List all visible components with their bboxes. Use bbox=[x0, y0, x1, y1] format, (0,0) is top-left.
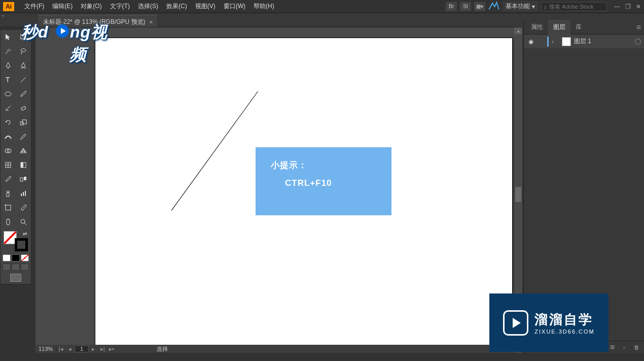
zoom-tool[interactable] bbox=[16, 215, 31, 229]
minimize-button[interactable]: — bbox=[614, 3, 620, 10]
search-stock[interactable]: ⌕ bbox=[541, 2, 607, 11]
gpu-icon[interactable] bbox=[488, 2, 499, 11]
draw-mode-row bbox=[1, 262, 31, 272]
target-icon[interactable] bbox=[635, 39, 641, 45]
gradient-tool[interactable] bbox=[16, 158, 31, 172]
width-tool[interactable] bbox=[1, 129, 16, 144]
draw-inside[interactable] bbox=[21, 264, 29, 271]
drawn-line[interactable] bbox=[171, 91, 258, 211]
visibility-icon[interactable]: ◉ bbox=[527, 38, 535, 45]
first-artboard-icon[interactable]: |◂ bbox=[56, 346, 65, 352]
color-white[interactable] bbox=[3, 254, 11, 261]
eraser-tool[interactable] bbox=[16, 101, 31, 115]
screen-mode-button[interactable] bbox=[10, 274, 21, 282]
artboard-nav-icon[interactable]: ▸▪ bbox=[107, 346, 116, 352]
color-black[interactable] bbox=[12, 254, 20, 261]
svg-point-24 bbox=[21, 219, 25, 223]
panel-menu-icon[interactable]: ≡ bbox=[633, 23, 644, 32]
scroll-up-icon[interactable]: ▴ bbox=[514, 27, 522, 35]
close-button[interactable]: ✕ bbox=[636, 3, 641, 10]
scroll-thumb[interactable] bbox=[515, 187, 521, 202]
magic-wand-tool[interactable] bbox=[1, 44, 16, 58]
line-tool[interactable] bbox=[16, 73, 31, 87]
tab-properties[interactable]: 属性 bbox=[526, 20, 548, 35]
svg-rect-21 bbox=[6, 205, 11, 210]
panel-tabs: 属性 图层 库 ≡ bbox=[524, 20, 644, 35]
selection-tool[interactable] bbox=[1, 30, 16, 44]
slice-tool[interactable] bbox=[16, 201, 31, 215]
fill-stroke-indicator[interactable]: ⇄ bbox=[3, 230, 29, 252]
menu-effect[interactable]: 效果(C) bbox=[162, 2, 191, 11]
menu-type[interactable]: 文字(T) bbox=[106, 2, 134, 11]
screen-mode-row bbox=[1, 272, 31, 284]
menu-file[interactable]: 文件(F) bbox=[20, 2, 48, 11]
arrange-icon[interactable]: ▦▾ bbox=[474, 2, 485, 11]
collapse-toggle[interactable]: « bbox=[0, 13, 6, 20]
canvas-viewport[interactable]: 小提示： CTRL+F10 bbox=[35, 27, 514, 345]
status-bar: 113% |◂ ◂ ▸ ▸| ▸▪ 选择 ▸ bbox=[35, 345, 514, 353]
svg-point-7 bbox=[20, 139, 21, 140]
last-artboard-icon[interactable]: ▸| bbox=[98, 346, 107, 352]
hand-tool[interactable] bbox=[1, 215, 16, 229]
stock-icon[interactable]: St bbox=[460, 2, 471, 11]
expand-icon[interactable]: › bbox=[552, 38, 559, 45]
mesh-tool[interactable] bbox=[1, 158, 16, 172]
layers-panel-body: ◉ › 图层 1 bbox=[524, 35, 644, 49]
menu-select[interactable]: 选择(S) bbox=[134, 2, 162, 11]
new-layer-icon[interactable]: ▫ bbox=[620, 343, 629, 351]
menu-view[interactable]: 视图(V) bbox=[191, 2, 220, 11]
maximize-button[interactable]: ❐ bbox=[625, 3, 631, 10]
layer-color-strip bbox=[547, 37, 549, 47]
artboard[interactable]: 小提示： CTRL+F10 bbox=[95, 38, 512, 345]
rotate-tool[interactable] bbox=[1, 115, 16, 129]
swap-fill-stroke-icon[interactable]: ⇄ bbox=[23, 231, 27, 237]
scale-tool[interactable] bbox=[16, 115, 31, 129]
menu-object[interactable]: 对象(O) bbox=[77, 2, 105, 11]
delete-layer-icon[interactable]: 🗑 bbox=[632, 343, 641, 351]
draw-behind[interactable] bbox=[12, 264, 20, 271]
menu-edit[interactable]: 编辑(E) bbox=[48, 2, 77, 11]
zoom-level[interactable]: 113% bbox=[35, 346, 56, 352]
curvature-tool[interactable] bbox=[16, 58, 31, 73]
type-tool[interactable]: T bbox=[1, 73, 16, 87]
menu-help[interactable]: 帮助(H) bbox=[249, 2, 278, 11]
eyedropper-tool[interactable] bbox=[1, 172, 16, 186]
perspective-tool[interactable] bbox=[16, 144, 31, 158]
lasso-tool[interactable] bbox=[16, 44, 31, 58]
bridge-icon[interactable]: Br bbox=[446, 2, 457, 11]
next-artboard-icon[interactable]: ▸ bbox=[89, 346, 98, 352]
tab-title: 未标题-22* @ 113% (RGB/GPU 预览) bbox=[43, 18, 146, 26]
column-graph-tool[interactable] bbox=[16, 186, 31, 201]
svg-rect-20 bbox=[25, 191, 26, 196]
layer-name[interactable]: 图层 1 bbox=[574, 37, 591, 46]
workspace-switcher[interactable]: 基本功能 ▾ bbox=[503, 1, 538, 12]
direct-selection-tool[interactable] bbox=[16, 30, 31, 44]
tab-libraries[interactable]: 库 bbox=[570, 20, 587, 35]
brand-sub-text: ZIXUE.3D66.COM bbox=[534, 329, 594, 335]
shape-builder-tool[interactable] bbox=[1, 144, 16, 158]
layer-row[interactable]: ◉ › 图层 1 bbox=[524, 35, 644, 49]
shaper-tool[interactable] bbox=[1, 101, 16, 115]
svg-rect-17 bbox=[7, 193, 9, 196]
svg-rect-19 bbox=[23, 192, 24, 196]
stroke-swatch[interactable] bbox=[15, 238, 28, 251]
ellipse-tool[interactable] bbox=[1, 87, 16, 101]
menu-window[interactable]: 窗口(W) bbox=[220, 2, 249, 11]
draw-normal[interactable] bbox=[3, 264, 11, 271]
document-tab[interactable]: 未标题-22* @ 113% (RGB/GPU 预览) × bbox=[38, 15, 157, 27]
blend-tool[interactable] bbox=[16, 172, 31, 186]
new-sublayer-icon[interactable]: ⊞ bbox=[607, 343, 617, 351]
search-input[interactable] bbox=[549, 4, 604, 10]
symbol-sprayer-tool[interactable] bbox=[1, 186, 16, 201]
paintbrush-tool[interactable] bbox=[16, 87, 31, 101]
status-text: 选择 bbox=[116, 345, 505, 353]
pen-tool[interactable] bbox=[1, 58, 16, 73]
tab-close-icon[interactable]: × bbox=[150, 19, 153, 26]
artboard-tool[interactable] bbox=[1, 201, 16, 215]
artboard-number-input[interactable] bbox=[75, 345, 89, 352]
prev-artboard-icon[interactable]: ◂ bbox=[65, 346, 75, 352]
color-none[interactable] bbox=[21, 254, 29, 261]
free-transform-tool[interactable] bbox=[16, 129, 31, 144]
brand-main-text: 溜溜自学 bbox=[534, 311, 594, 329]
tab-layers[interactable]: 图层 bbox=[548, 20, 570, 35]
